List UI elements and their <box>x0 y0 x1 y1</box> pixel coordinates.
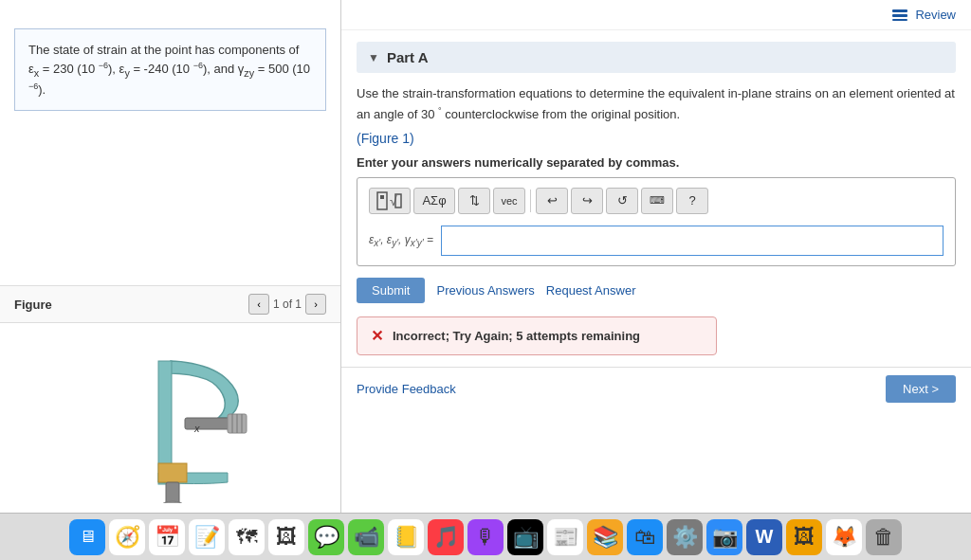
error-icon: ✕ <box>371 327 383 345</box>
review-icon <box>892 9 907 21</box>
undo-icon: ↩ <box>547 193 558 208</box>
arrows-button[interactable]: ⇅ <box>458 188 490 214</box>
actions-row: Submit Previous Answers Request Answer <box>357 278 956 303</box>
svg-rect-1 <box>185 418 232 429</box>
figure-header: Figure ‹ 1 of 1 › <box>0 285 340 323</box>
redo-button[interactable]: ↪ <box>571 188 603 214</box>
figure-navigation: ‹ 1 of 1 › <box>248 294 326 315</box>
toolbar-separator-1 <box>530 190 531 212</box>
dock-podcasts[interactable]: 🎙 <box>467 519 504 555</box>
problem-text: Use the strain-transformation equations … <box>357 84 956 125</box>
vec-button[interactable]: vec <box>493 188 525 214</box>
dock-syspreferences[interactable]: ⚙️ <box>667 519 703 555</box>
problem-statement: The state of strain at the point has com… <box>14 28 326 111</box>
dock-trash[interactable]: 🗑 <box>866 519 902 555</box>
svg-text:x: x <box>193 423 200 434</box>
keyboard-button[interactable]: ⌨ <box>641 188 673 214</box>
svg-rect-12 <box>892 19 907 21</box>
figure-link[interactable]: (Figure 1) <box>357 131 414 146</box>
instruction-text: Enter your answers numerically separated… <box>357 155 956 170</box>
redo-icon: ↪ <box>582 193 593 208</box>
reset-icon: ↺ <box>617 193 628 208</box>
dock-word[interactable]: W <box>746 519 782 555</box>
figure-prev-button[interactable]: ‹ <box>248 294 269 315</box>
svg-rect-7 <box>158 463 187 482</box>
vec-icon: vec <box>501 195 517 207</box>
part-title: Part A <box>387 49 429 65</box>
dock-news[interactable]: 📰 <box>547 519 583 555</box>
dock-tv[interactable]: 📺 <box>507 519 543 555</box>
dock-appstore[interactable]: 🛍 <box>627 519 663 555</box>
dock-messages[interactable]: 💬 <box>308 519 344 555</box>
dock-firefox[interactable]: 🦊 <box>826 519 862 555</box>
error-message: Incorrect; Try Again; 5 attempts remaini… <box>393 329 640 343</box>
review-button[interactable]: Review <box>892 8 956 22</box>
provide-feedback-link[interactable]: Provide Feedback <box>357 382 456 396</box>
review-label: Review <box>915 8 956 22</box>
part-section: ▼ Part A Use the strain-transformation e… <box>357 42 956 355</box>
request-answer-link[interactable]: Request Answer <box>546 283 636 298</box>
keyboard-icon: ⌨ <box>650 194 665 207</box>
matrix-button[interactable]: √ <box>369 188 411 214</box>
figure-section: Figure ‹ 1 of 1 › <box>0 285 340 513</box>
dock: 🖥 🧭 📅 📝 🗺 🖼 💬 📹 📒 🎵 🎙 📺 📰 📚 🛍 ⚙️ 📷 W 🖼 🦊… <box>0 513 971 560</box>
sigma-icon: ΑΣφ <box>422 193 446 208</box>
part-header: ▼ Part A <box>357 42 956 73</box>
math-input-box: √ ΑΣφ ⇅ vec ↩ <box>357 177 956 266</box>
review-bar: Review <box>341 0 971 30</box>
previous-answers-link[interactable]: Previous Answers <box>436 283 534 298</box>
dock-facetime[interactable]: 📹 <box>348 519 384 555</box>
dock-music[interactable]: 🎵 <box>428 519 464 555</box>
figure-title: Figure <box>14 298 52 312</box>
part-collapse-arrow[interactable]: ▼ <box>368 51 379 64</box>
dock-finder[interactable]: 🖥 <box>69 519 105 555</box>
dock-notes[interactable]: 📝 <box>189 519 225 555</box>
math-answer-input[interactable] <box>441 226 944 256</box>
matrix-icon: √ <box>376 191 403 210</box>
reset-button[interactable]: ↺ <box>606 188 638 214</box>
arrows-icon: ⇅ <box>469 193 480 208</box>
math-input-row: εx', εy', γx'y' = <box>363 222 949 260</box>
dock-photos[interactable]: 🖼 <box>268 519 304 555</box>
help-icon: ? <box>688 193 695 208</box>
dock-safari[interactable]: 🧭 <box>109 519 145 555</box>
svg-rect-11 <box>892 14 907 17</box>
dock-preview[interactable]: 🖼 <box>786 519 822 555</box>
bottom-bar: Provide Feedback Next > <box>341 367 971 410</box>
error-box: ✕ Incorrect; Try Again; 5 attempts remai… <box>357 316 717 355</box>
undo-button[interactable]: ↩ <box>536 188 568 214</box>
dock-reminders[interactable]: 📒 <box>388 519 424 555</box>
svg-rect-8 <box>166 482 179 503</box>
next-button[interactable]: Next > <box>886 375 956 403</box>
figure-image: x <box>76 333 266 503</box>
math-label: εx', εy', γx'y' = <box>369 233 433 248</box>
review-icon-svg <box>892 9 907 21</box>
math-toolbar: √ ΑΣφ ⇅ vec ↩ <box>363 184 949 218</box>
dock-books[interactable]: 📚 <box>587 519 623 555</box>
help-button[interactable]: ? <box>676 188 708 214</box>
next-button-label: Next > <box>903 382 939 396</box>
submit-button[interactable]: Submit <box>357 278 425 303</box>
right-panel: Review ▼ Part A Use the strain-transform… <box>341 0 971 513</box>
left-panel: The state of strain at the point has com… <box>0 0 341 513</box>
dock-calendar[interactable]: 📅 <box>149 519 185 555</box>
svg-point-9 <box>161 501 184 503</box>
figure-next-button[interactable]: › <box>305 294 326 315</box>
figure-image-area: x <box>0 323 340 513</box>
svg-text:√: √ <box>390 193 397 208</box>
svg-rect-10 <box>892 9 907 12</box>
figure-nav-count: 1 of 1 <box>273 298 302 311</box>
dock-maps[interactable]: 🗺 <box>229 519 265 555</box>
svg-rect-14 <box>380 195 384 199</box>
sigma-button[interactable]: ΑΣφ <box>413 188 455 214</box>
dock-zoom[interactable]: 📷 <box>706 519 742 555</box>
svg-rect-13 <box>377 192 387 209</box>
